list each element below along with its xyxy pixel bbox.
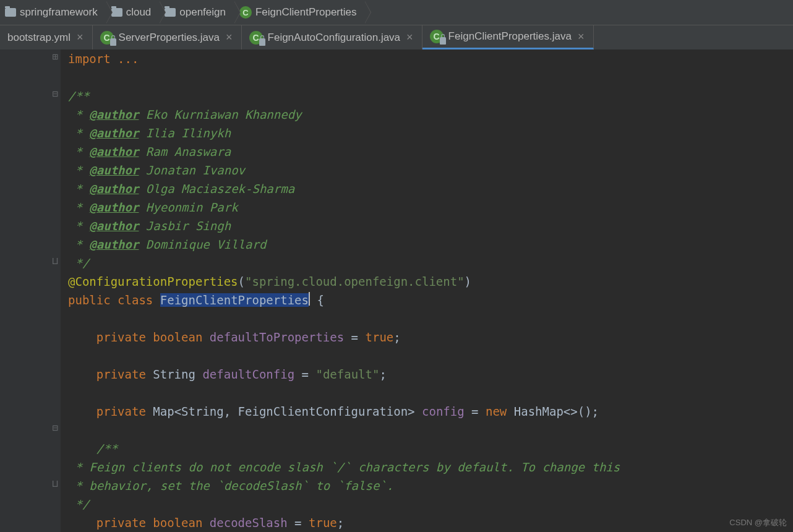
code-brace: {	[310, 293, 324, 307]
tab-label: ServerProperties.java	[119, 32, 220, 44]
javadoc-line: * @author Olga Maciaszek-Sharma	[68, 182, 294, 195]
folder-icon	[165, 8, 176, 17]
breadcrumb-label: FeignClientProperties	[255, 6, 356, 19]
fold-end-icon[interactable]: ⊔	[52, 255, 58, 267]
lock-icon	[110, 38, 116, 46]
folder-icon	[111, 8, 122, 17]
javadoc-line: * @author Jasbir Singh	[68, 219, 231, 233]
code-field: decodeSlash	[210, 516, 288, 530]
javadoc-line: * behavior, set the `decodeSlash` to `fa…	[68, 479, 393, 492]
code-type: HashMap<>()	[514, 405, 592, 418]
code-keyword: private	[96, 405, 146, 418]
code-keyword: private	[96, 330, 146, 344]
code-keyword: public	[68, 293, 111, 307]
code-keyword: boolean	[153, 330, 202, 344]
class-icon: C	[100, 31, 114, 45]
code-keyword: true	[309, 516, 337, 530]
lock-icon	[440, 37, 446, 45]
code-editor[interactable]: ⊞ ⊟ ⊔ ⊟ ⊔ import ... /** * @author Eko K…	[0, 49, 793, 532]
class-icon: C	[239, 6, 252, 19]
lock-icon	[259, 38, 265, 46]
code-keyword: class	[118, 293, 153, 307]
tab-label: FeignAutoConfiguration.java	[268, 32, 401, 44]
code-annotation: @ConfigurationProperties	[68, 275, 238, 288]
breadcrumb-label: openfeign	[179, 6, 226, 19]
javadoc-line: * @author Ram Anaswara	[68, 145, 231, 158]
watermark: CSDN @拿破轮	[729, 517, 787, 528]
code-type: String	[153, 367, 195, 381]
javadoc-line: * Feign clients do not encode slash `/` …	[68, 460, 620, 474]
javadoc-line: * @author Eko Kurniawan Khannedy	[68, 108, 302, 121]
collapse-icon[interactable]: ⊟	[52, 422, 58, 434]
breadcrumb-item-openfeign[interactable]: openfeign	[160, 0, 234, 25]
fold-end-icon[interactable]: ⊔	[52, 478, 58, 489]
expand-icon[interactable]: ⊞	[52, 51, 58, 62]
javadoc-open: /**	[96, 442, 118, 455]
code-generic: <String, FeignClientConfiguration>	[174, 405, 415, 418]
tab-bootstrap[interactable]: bootstrap.yml ×	[0, 25, 93, 49]
close-icon[interactable]: ×	[405, 31, 414, 44]
code-field: config	[422, 405, 465, 418]
javadoc-line: * @author Ilia Ilinykh	[68, 126, 231, 140]
close-icon[interactable]: ×	[577, 30, 586, 43]
javadoc-line: * @author Hyeonmin Park	[68, 200, 238, 214]
tab-label: FeignClientProperties.java	[448, 30, 572, 43]
javadoc-line: * @author Dominique Villard	[68, 238, 266, 251]
breadcrumb-item-class[interactable]: C FeignClientProperties	[234, 0, 365, 25]
code-keyword: private	[96, 367, 146, 381]
breadcrumb-item-springframework[interactable]: springframework	[0, 0, 106, 25]
tab-feignautoconfig[interactable]: C FeignAutoConfiguration.java ×	[242, 25, 422, 49]
code-field: defaultToProperties	[210, 330, 344, 344]
javadoc-open: /**	[68, 89, 89, 103]
code-area[interactable]: import ... /** * @author Eko Kurniawan K…	[61, 49, 627, 532]
close-icon[interactable]: ×	[75, 31, 85, 44]
breadcrumb: springframework cloud openfeign C FeignC…	[0, 0, 793, 25]
tab-label: bootstrap.yml	[7, 32, 71, 44]
code-string: "default"	[315, 367, 379, 381]
collapse-icon[interactable]: ⊟	[52, 88, 58, 100]
gutter[interactable]: ⊞ ⊟ ⊔ ⊟ ⊔	[0, 49, 61, 532]
breadcrumb-item-cloud[interactable]: cloud	[106, 0, 160, 25]
code-keyword: private	[96, 516, 146, 530]
code-field: defaultConfig	[202, 367, 294, 381]
selected-class-name: FeignClientProperties	[160, 293, 309, 307]
breadcrumb-label: springframework	[20, 6, 98, 19]
breadcrumb-label: cloud	[126, 6, 152, 19]
code-keyword: true	[366, 330, 394, 344]
folder-icon	[5, 8, 16, 17]
javadoc-close: */	[68, 256, 89, 270]
close-icon[interactable]: ×	[225, 31, 234, 44]
code-string: "spring.cloud.openfeign.client"	[245, 275, 465, 288]
class-icon: C	[249, 31, 263, 45]
code-keyword: new	[486, 405, 507, 418]
code-type: Map	[153, 405, 174, 418]
code-keyword: boolean	[153, 516, 202, 530]
tab-serverproperties[interactable]: C ServerProperties.java ×	[93, 25, 242, 49]
tab-bar: bootstrap.yml × C ServerProperties.java …	[0, 25, 793, 49]
class-icon: C	[430, 30, 444, 43]
code-keyword: import ...	[68, 52, 139, 66]
tab-feignclientproperties[interactable]: C FeignClientProperties.java ×	[422, 25, 594, 49]
javadoc-line: * @author Jonatan Ivanov	[68, 163, 245, 177]
javadoc-close: */	[68, 497, 89, 511]
